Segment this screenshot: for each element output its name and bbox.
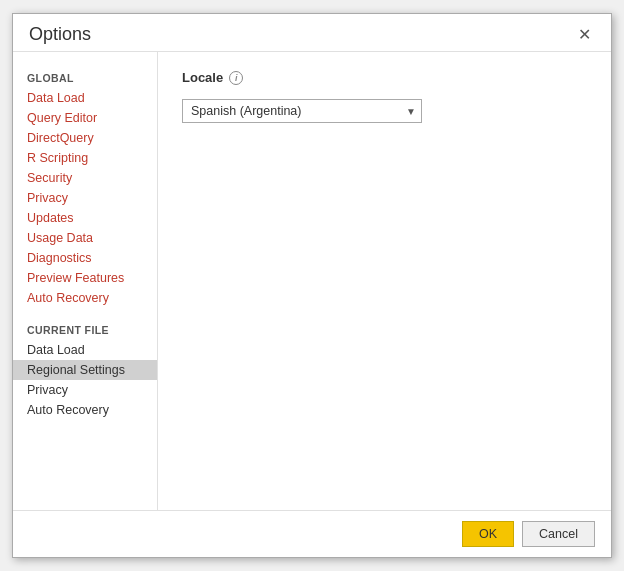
- current-file-section-label: CURRENT FILE: [13, 318, 157, 340]
- sidebar-item-query-editor[interactable]: Query Editor: [13, 108, 157, 128]
- close-button[interactable]: ✕: [574, 25, 595, 45]
- sidebar-item-r-scripting[interactable]: R Scripting: [13, 148, 157, 168]
- cancel-button[interactable]: Cancel: [522, 521, 595, 547]
- global-section-label: GLOBAL: [13, 66, 157, 88]
- sidebar: GLOBAL Data LoadQuery EditorDirectQueryR…: [13, 52, 158, 510]
- sidebar-item-regional-settings[interactable]: Regional Settings: [13, 360, 157, 380]
- options-dialog: Options ✕ GLOBAL Data LoadQuery EditorDi…: [12, 13, 612, 558]
- sidebar-item-diagnostics[interactable]: Diagnostics: [13, 248, 157, 268]
- dialog-title: Options: [29, 24, 91, 45]
- dialog-body: GLOBAL Data LoadQuery EditorDirectQueryR…: [13, 51, 611, 510]
- sidebar-item-privacy-cf[interactable]: Privacy: [13, 380, 157, 400]
- locale-dropdown-wrapper: Spanish (Argentina)English (United State…: [182, 99, 422, 123]
- dialog-footer: OK Cancel: [13, 510, 611, 557]
- ok-button[interactable]: OK: [462, 521, 514, 547]
- title-bar: Options ✕: [13, 14, 611, 51]
- sidebar-item-usage-data[interactable]: Usage Data: [13, 228, 157, 248]
- locale-title: Locale i: [182, 70, 587, 85]
- sidebar-item-updates[interactable]: Updates: [13, 208, 157, 228]
- sidebar-item-preview-features[interactable]: Preview Features: [13, 268, 157, 288]
- sidebar-item-security[interactable]: Security: [13, 168, 157, 188]
- locale-label: Locale: [182, 70, 223, 85]
- sidebar-item-data-load-cf[interactable]: Data Load: [13, 340, 157, 360]
- info-icon: i: [229, 71, 243, 85]
- sidebar-item-auto-recovery-global[interactable]: Auto Recovery: [13, 288, 157, 308]
- content-area: Locale i Spanish (Argentina)English (Uni…: [158, 52, 611, 510]
- sidebar-item-direct-query[interactable]: DirectQuery: [13, 128, 157, 148]
- sidebar-item-privacy[interactable]: Privacy: [13, 188, 157, 208]
- sidebar-item-data-load[interactable]: Data Load: [13, 88, 157, 108]
- sidebar-item-auto-recovery-cf[interactable]: Auto Recovery: [13, 400, 157, 420]
- locale-dropdown[interactable]: Spanish (Argentina)English (United State…: [182, 99, 422, 123]
